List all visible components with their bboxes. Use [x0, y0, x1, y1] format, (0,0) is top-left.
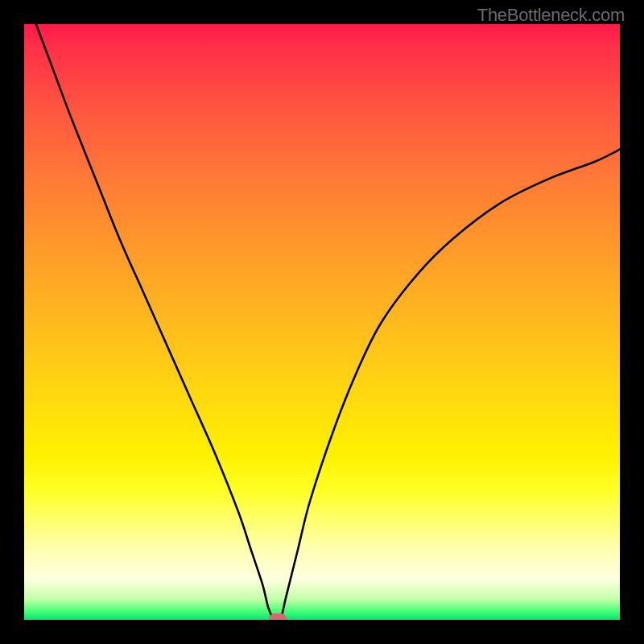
chart-container: TheBottleneck.com — [0, 0, 644, 644]
watermark-text: TheBottleneck.com — [477, 5, 625, 26]
bottleneck-curve — [24, 24, 620, 620]
optimum-marker — [269, 613, 287, 620]
plot-area — [24, 24, 620, 620]
